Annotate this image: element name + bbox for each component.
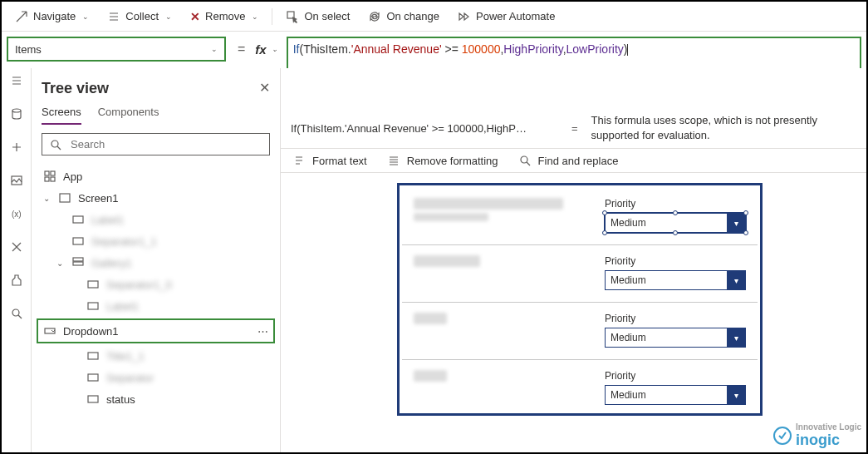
gallery-row: Priority Medium▾ (402, 245, 758, 303)
tree-item-blur[interactable]: Separator1_0 (42, 274, 270, 295)
svg-rect-16 (88, 303, 98, 309)
find-replace-label: Find and replace (538, 155, 619, 167)
flow-icon (458, 10, 471, 23)
priority-dropdown[interactable]: Medium▾ (605, 328, 746, 348)
chevron-down-icon: ⌄ (211, 45, 218, 53)
search-icon (518, 154, 532, 167)
priority-label: Priority (605, 198, 746, 210)
navigate-button[interactable]: Navigate ⌄ (7, 7, 97, 27)
tree-item-blur[interactable]: Title1_1 (42, 345, 270, 367)
chevron-down-icon: ▾ (727, 328, 745, 347)
rail-advanced-icon[interactable] (9, 239, 24, 254)
control-icon (86, 392, 100, 406)
workspace: (x) Tree view ✕ Screens Components App ⌄… (2, 68, 866, 452)
tree-status-label: status (106, 393, 135, 406)
rail-insert-icon[interactable] (9, 140, 24, 155)
tree-tabs: Screens Components (42, 106, 270, 125)
power-automate-button[interactable]: Power Automate (449, 7, 563, 27)
remove-formatting-label: Remove formatting (407, 155, 498, 167)
svg-rect-9 (51, 177, 55, 181)
on-change-button[interactable]: On change (360, 7, 448, 27)
app-icon (43, 170, 56, 183)
rail-tree-icon[interactable] (9, 73, 24, 88)
on-select-label: On select (304, 10, 350, 22)
search-input[interactable] (69, 137, 262, 151)
tree-item-blur[interactable]: Separator1_1 (42, 230, 270, 252)
rail-search-icon[interactable] (9, 306, 24, 321)
tree-item-dropdown1[interactable]: Dropdown1 ⋯ (37, 318, 275, 343)
priority-value: Medium (606, 217, 651, 229)
chevron-down-icon: ⌄ (82, 12, 89, 21)
control-icon (71, 234, 85, 248)
svg-rect-15 (88, 281, 98, 288)
on-change-label: On change (386, 10, 439, 22)
chevron-down-icon: ⌄ (252, 12, 258, 21)
chevron-down-icon: ▾ (727, 386, 745, 404)
rail-data-icon[interactable] (9, 106, 24, 121)
logo-icon (772, 426, 792, 446)
on-select-button[interactable]: On select (277, 7, 358, 27)
svg-point-5 (51, 141, 58, 147)
svg-point-1 (12, 109, 21, 112)
control-icon (86, 349, 100, 363)
tree-item-gallery[interactable]: ⌄Gallery1 (42, 252, 270, 274)
equals-sign: = (565, 122, 585, 135)
collect-button[interactable]: Collect ⌄ (99, 7, 180, 27)
rail-tools-icon[interactable] (9, 273, 24, 288)
chevron-down-icon: ▾ (727, 214, 745, 232)
chevron-down-icon: ⌄ (165, 12, 172, 21)
tree-item-blur[interactable]: Label1 (42, 209, 270, 230)
cursor-select-icon (286, 10, 299, 23)
svg-rect-18 (88, 353, 98, 359)
gallery-row: Priority Medium ▾ (402, 188, 758, 245)
formula-scope-warning: This formula uses scope, which is not pr… (585, 113, 856, 143)
more-icon[interactable]: ⋯ (257, 325, 268, 338)
equals-sign: = (231, 42, 252, 57)
priority-dropdown[interactable]: Medium▾ (605, 385, 746, 405)
svg-rect-7 (51, 171, 55, 175)
priority-dropdown[interactable]: Medium▾ (605, 270, 746, 290)
tree-app-label: App (63, 170, 82, 183)
svg-rect-11 (73, 216, 83, 223)
power-automate-label: Power Automate (476, 10, 555, 22)
gallery-row: Priority Medium▾ (402, 360, 758, 411)
property-selector[interactable]: Items ⌄ (7, 37, 226, 62)
tab-screens[interactable]: Screens (42, 106, 81, 125)
close-icon[interactable]: ✕ (259, 80, 270, 96)
watermark: Innovative Logic inogic (772, 422, 861, 449)
priority-value: Medium (606, 332, 651, 343)
priority-dropdown[interactable]: Medium ▾ (605, 213, 746, 233)
tree-item-status[interactable]: status (42, 388, 270, 410)
rail-media-icon[interactable] (9, 173, 24, 188)
left-rail: (x) (2, 68, 32, 452)
control-icon (86, 299, 100, 313)
rail-variables-icon[interactable]: (x) (9, 206, 24, 221)
remove-formatting-button[interactable]: Remove formatting (387, 154, 498, 167)
refresh-icon (368, 10, 381, 23)
chevron-down-icon: ⌄ (56, 259, 65, 268)
priority-value: Medium (606, 274, 651, 286)
gallery-items: Priority Medium ▾ (402, 188, 758, 411)
svg-text:(x): (x) (12, 210, 22, 219)
fx-label[interactable]: fx⌄ (252, 42, 281, 57)
priority-label: Priority (605, 255, 746, 267)
tree-app[interactable]: App (42, 165, 270, 187)
svg-point-4 (12, 309, 19, 316)
collect-label: Collect (125, 10, 159, 22)
tree-item-blur[interactable]: Separator (42, 367, 270, 388)
tree-item-blur[interactable]: Label1 (42, 295, 270, 317)
watermark-tagline: Innovative Logic (796, 422, 861, 432)
gallery-control[interactable]: Priority Medium ▾ (397, 183, 763, 416)
gallery-row: Priority Medium▾ (402, 303, 758, 360)
remove-button[interactable]: ✕ Remove ⌄ (182, 7, 267, 27)
chevron-down-icon: ⌄ (43, 194, 51, 203)
find-replace-button[interactable]: Find and replace (518, 154, 619, 167)
format-text-button[interactable]: Format text (292, 154, 367, 167)
tree-screen1[interactable]: ⌄ Screen1 (42, 187, 270, 209)
divider (272, 8, 272, 25)
tree-search[interactable] (42, 133, 270, 155)
svg-rect-14 (73, 262, 83, 265)
tab-components[interactable]: Components (98, 106, 159, 125)
format-icon (292, 154, 306, 167)
format-text-label: Format text (312, 155, 367, 167)
